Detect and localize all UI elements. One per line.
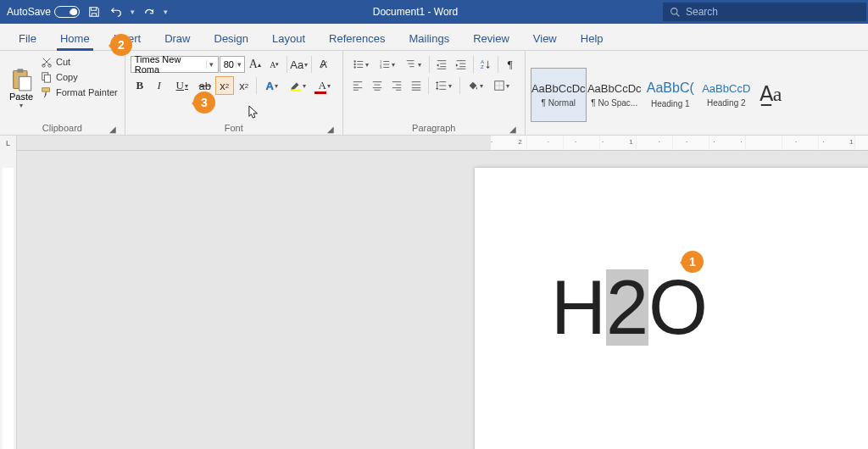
paste-icon <box>9 68 33 91</box>
group-styles: AaBbCcDc¶ Normal AaBbCcDc¶ No Spac... Aa… <box>526 51 868 135</box>
increase-indent-button[interactable] <box>452 55 470 74</box>
subscript-button[interactable]: x2 <box>215 76 234 95</box>
grow-font-button[interactable]: A▴ <box>246 55 264 74</box>
italic-button[interactable]: I <box>150 76 169 95</box>
document-pane: L ·2···1···· ··1···2···3···4···5···6···7… <box>0 136 868 449</box>
highlight-button[interactable]: ▾ <box>286 76 311 95</box>
cursor-icon <box>248 105 260 120</box>
tab-view[interactable]: View <box>521 27 569 50</box>
tab-help[interactable]: Help <box>569 27 615 50</box>
quick-access-toolbar: AutoSave Off ▾ ▾ <box>0 4 168 19</box>
undo-dropdown[interactable]: ▾ <box>131 8 135 16</box>
document-canvas[interactable]: H 2 O <box>17 151 868 449</box>
font-color-button[interactable]: A▾ <box>312 76 337 95</box>
tab-review[interactable]: Review <box>461 27 521 50</box>
align-right-button[interactable] <box>387 76 406 95</box>
paste-button[interactable]: Paste ▾ <box>5 53 37 121</box>
svg-text:3: 3 <box>380 65 382 69</box>
chevron-down-icon[interactable]: ▾ <box>206 60 215 69</box>
title-bar: AutoSave Off ▾ ▾ Document1 - Word Search <box>0 0 868 24</box>
tab-file[interactable]: File <box>7 27 48 50</box>
callout-1: 1 <box>682 251 704 273</box>
style-no-spacing[interactable]: AaBbCcDc¶ No Spac... <box>587 68 643 122</box>
search-icon <box>670 7 681 18</box>
horizontal-ruler[interactable]: ·2···1···· ··1···2···3···4···5···6···7··… <box>17 136 868 151</box>
window-title: Document1 - Word <box>168 6 663 18</box>
style-heading-2[interactable]: AaBbCcDHeading 2 <box>698 68 754 122</box>
svg-rect-3 <box>19 77 31 91</box>
char-o[interactable]: O <box>648 269 708 346</box>
borders-button[interactable]: ▾ <box>489 76 515 95</box>
chevron-down-icon[interactable]: ▾ <box>236 60 242 69</box>
font-size-combo[interactable]: 80▾ <box>220 56 245 73</box>
group-font: Times New Roma▾ 80▾ A▴ A▾ Aa▾ A̷ B I U▾ … <box>125 51 343 135</box>
svg-point-11 <box>354 64 356 65</box>
paragraph-launcher-icon[interactable]: ◢ <box>509 125 518 134</box>
style-heading-1[interactable]: AaBbC(Heading 1 <box>643 68 698 122</box>
decrease-indent-button[interactable] <box>432 55 451 74</box>
char-h[interactable]: H <box>551 269 606 346</box>
tab-draw[interactable]: Draw <box>153 27 202 50</box>
callout-2: 2 <box>110 34 132 56</box>
justify-button[interactable] <box>407 76 426 95</box>
styles-gallery[interactable]: AaBbCcDc¶ Normal AaBbCcDc¶ No Spac... Aa… <box>531 66 754 122</box>
document-text[interactable]: H 2 O <box>551 269 708 346</box>
autosave-label: AutoSave <box>7 6 51 18</box>
sort-button[interactable]: AZ <box>476 55 495 74</box>
font-launcher-icon[interactable]: ◢ <box>326 125 336 134</box>
underline-button[interactable]: U▾ <box>170 76 195 95</box>
align-left-button[interactable] <box>348 76 367 95</box>
line-spacing-button[interactable]: ▾ <box>431 76 457 95</box>
tab-home[interactable]: Home <box>48 27 102 50</box>
svg-text:Z: Z <box>481 64 484 69</box>
format-painter-button[interactable]: Format Painter <box>41 86 118 98</box>
font-group-label: Font <box>225 123 243 133</box>
bullets-button[interactable]: ▾ <box>348 55 374 74</box>
page[interactable]: H 2 O <box>475 168 868 449</box>
shading-button[interactable]: ▾ <box>463 76 488 95</box>
paste-label: Paste <box>9 91 33 102</box>
svg-point-0 <box>671 8 677 14</box>
undo-icon[interactable] <box>108 4 124 19</box>
svg-point-10 <box>354 60 356 62</box>
numbering-button[interactable]: 123▾ <box>375 55 400 74</box>
font-name-combo[interactable]: Times New Roma▾ <box>131 56 219 73</box>
redo-icon[interactable] <box>142 4 157 19</box>
tab-selector[interactable]: L <box>0 136 17 151</box>
align-center-button[interactable] <box>368 76 387 95</box>
style-normal[interactable]: AaBbCcDc¶ Normal <box>531 68 587 122</box>
format-painter-icon <box>41 86 53 98</box>
clipboard-group-label: Clipboard <box>42 123 82 133</box>
copy-icon <box>41 71 53 83</box>
text-effects-button[interactable]: A▾ <box>259 76 285 95</box>
tab-mailings[interactable]: Mailings <box>398 27 462 50</box>
cut-button[interactable]: Cut <box>41 56 118 68</box>
tab-design[interactable]: Design <box>203 27 260 50</box>
clipboard-launcher-icon[interactable]: ◢ <box>108 125 118 134</box>
cut-icon <box>41 56 53 68</box>
shrink-font-button[interactable]: A▾ <box>265 55 284 74</box>
highlight-icon <box>290 80 302 91</box>
char-2-selected[interactable]: 2 <box>606 269 648 346</box>
search-placeholder: Search <box>686 6 718 18</box>
change-case-button[interactable]: Aa▾ <box>290 55 309 74</box>
svg-rect-8 <box>42 88 50 91</box>
vertical-ruler[interactable] <box>0 151 17 449</box>
group-clipboard: Paste ▾ Cut Copy Format Painter Clipboar… <box>0 51 125 135</box>
save-icon[interactable] <box>86 4 102 19</box>
bold-button[interactable]: B <box>131 76 149 95</box>
copy-button[interactable]: Copy <box>41 71 118 83</box>
show-marks-button[interactable]: ¶ <box>501 55 520 74</box>
superscript-button[interactable]: x2 <box>235 76 253 95</box>
clear-formatting-button[interactable]: A̷ <box>314 55 333 74</box>
group-paragraph: ▾ 123▾ ▾ AZ ¶ ▾ <box>343 51 526 135</box>
tab-references[interactable]: References <box>317 27 397 50</box>
multilevel-list-button[interactable]: ▾ <box>401 55 426 74</box>
paragraph-group-label: Paragraph <box>412 123 455 133</box>
bucket-icon <box>467 80 479 91</box>
autosave-toggle[interactable]: AutoSave Off <box>7 6 80 18</box>
tab-layout[interactable]: Layout <box>260 27 317 50</box>
svg-point-12 <box>354 66 356 68</box>
ribbon: Paste ▾ Cut Copy Format Painter Clipboar… <box>0 51 868 136</box>
search-box[interactable]: Search <box>663 3 866 21</box>
